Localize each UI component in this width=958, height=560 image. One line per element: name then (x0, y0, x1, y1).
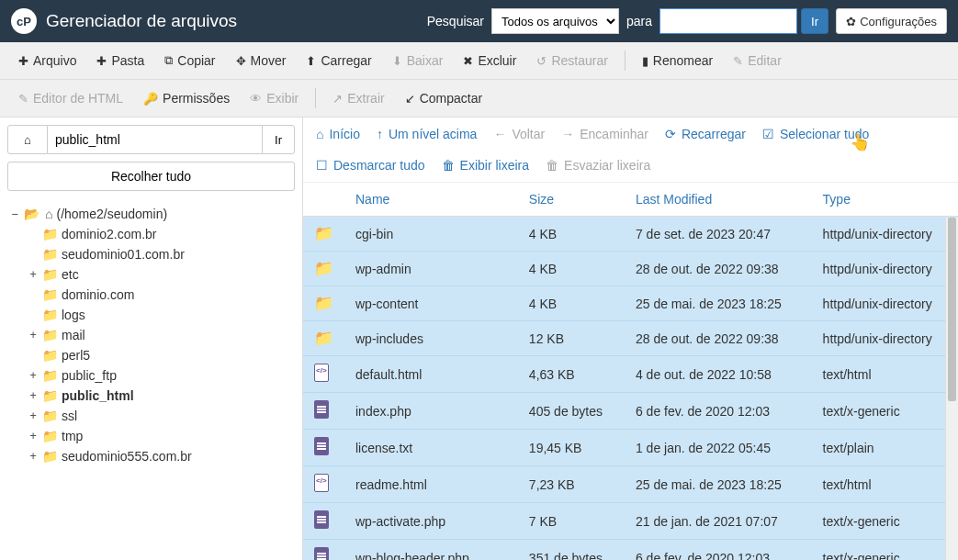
col-modified[interactable]: Last Modified (625, 183, 812, 217)
col-name[interactable]: Name (344, 183, 518, 217)
search-go-button[interactable]: Ir (801, 8, 828, 34)
table-row[interactable]: 📁wp-content4 KB25 de mai. de 2023 18:25h… (303, 286, 958, 321)
tree-item[interactable]: +📁ssl (28, 406, 293, 426)
expand-icon[interactable]: + (28, 389, 39, 402)
table-row[interactable]: default.html4,63 KB4 de out. de 2022 10:… (303, 356, 958, 393)
select-all-button[interactable]: ☑Selecionar tudo (762, 127, 869, 141)
delete-button[interactable]: ✖Excluir (454, 48, 525, 73)
expand-icon[interactable]: + (28, 329, 39, 342)
empty-trash-button[interactable]: 🗑Esvaziar lixeira (546, 158, 650, 173)
right-panel: ⌂Início ↑Um nível acima ←Voltar →Encamin… (303, 118, 958, 560)
tree-root[interactable]: − 📂 ⌂ (/home2/seudomin) (9, 204, 293, 224)
tree-item[interactable]: +📁tmp (28, 426, 293, 446)
search-input[interactable] (659, 8, 797, 34)
download-button[interactable]: ⬇Baixar (383, 48, 453, 73)
forward-button[interactable]: →Encaminhar (561, 127, 648, 141)
table-row[interactable]: wp-activate.php7 KB21 de jan. de 2021 07… (303, 503, 958, 540)
secondary-toolbar: ✎Editor de HTML 🔑Permissões 👁Exibir ↗Ext… (0, 80, 958, 118)
col-size[interactable]: Size (518, 183, 625, 217)
cell-name: cgi-bin (344, 217, 518, 252)
search-for-label: para (626, 14, 652, 28)
new-folder-button[interactable]: ✚Pasta (87, 48, 153, 73)
extract-button[interactable]: ↗Extrair (323, 85, 393, 111)
collapse-icon[interactable]: − (9, 207, 20, 220)
tree-item[interactable]: 📁perl5 (28, 345, 293, 365)
folder-icon: 📁 (42, 409, 58, 423)
expand-icon[interactable]: + (28, 409, 39, 422)
home-button[interactable]: ⌂Início (316, 127, 360, 141)
folder-icon: 📁 (314, 330, 333, 347)
expand-icon[interactable]: + (28, 430, 39, 442)
file-icon (314, 547, 329, 560)
show-trash-button[interactable]: 🗑Exibir lixeira (442, 158, 529, 173)
restore-button[interactable]: ↺Restaurar (527, 48, 616, 73)
cell-modified: 6 de fev. de 2020 12:03 (625, 540, 812, 561)
upload-button[interactable]: ⬆Carregar (297, 48, 380, 73)
cell-type: httpd/unix-directory (812, 321, 958, 356)
settings-button[interactable]: ✿ Configurações (836, 8, 947, 34)
expand-icon[interactable]: + (28, 369, 39, 382)
compress-button[interactable]: ↙Compactar (396, 85, 491, 111)
tree-item[interactable]: +📁public_ftp (28, 365, 293, 386)
tree-item[interactable]: +📁etc (28, 264, 293, 285)
tree-item[interactable]: +📁seudominio555.com.br (28, 446, 293, 466)
edit-button[interactable]: ✎Editar (724, 48, 791, 73)
table-row[interactable]: wp-blog-header.php351 de bytes6 de fev. … (303, 540, 958, 561)
expand-icon[interactable]: + (28, 450, 39, 463)
cell-size: 405 de bytes (518, 393, 625, 430)
tree-item-label: seudominio01.com.br (62, 247, 185, 262)
reload-icon: ⟳ (665, 127, 676, 141)
expand-icon[interactable]: + (28, 268, 39, 281)
file-icon (314, 437, 329, 455)
copy-button[interactable]: ⧉Copiar (155, 48, 224, 73)
tree-item-label: dominio.com (62, 287, 134, 302)
path-go-button[interactable]: Ir (262, 125, 295, 154)
tree-item[interactable]: +📁mail (28, 325, 293, 345)
path-home-button[interactable]: ⌂ (7, 125, 48, 154)
html-file-icon (314, 474, 329, 492)
scrollbar[interactable] (945, 218, 958, 560)
cell-modified: 6 de fev. de 2020 12:03 (625, 393, 812, 430)
tree-item[interactable]: 📁logs (28, 305, 293, 325)
cell-size: 7,23 KB (518, 466, 625, 503)
table-row[interactable]: 📁cgi-bin4 KB7 de set. de 2023 20:47httpd… (303, 217, 958, 252)
rename-button[interactable]: ▮Renomear (633, 48, 722, 73)
table-row[interactable]: 📁wp-includes12 KB28 de out. de 2022 09:3… (303, 321, 958, 356)
file-table-wrapper: Name Size Last Modified Type 📁cgi-bin4 K… (303, 183, 958, 560)
tree-item[interactable]: 📁seudominio01.com.br (28, 244, 293, 264)
tree-item-label: perl5 (62, 348, 90, 363)
search-scope-select[interactable]: Todos os arquivos (491, 8, 619, 34)
cell-name: wp-activate.php (344, 503, 518, 540)
table-row[interactable]: index.php405 de bytes6 de fev. de 2020 1… (303, 393, 958, 430)
cell-modified: 25 de mai. de 2023 18:25 (625, 286, 812, 321)
collapse-all-button[interactable]: Recolher tudo (7, 162, 295, 191)
tree-item[interactable]: 📁dominio.com (28, 285, 293, 305)
move-button[interactable]: ✥Mover (227, 48, 296, 73)
tree-item[interactable]: +📁public_html (28, 386, 293, 406)
cell-name: license.txt (344, 430, 518, 466)
cell-type: text/html (812, 356, 958, 393)
scrollbar-thumb[interactable] (948, 218, 956, 401)
html-editor-button[interactable]: ✎Editor de HTML (9, 85, 132, 111)
eye-icon: 👁 (250, 92, 262, 106)
col-icon[interactable] (303, 183, 344, 217)
deselect-all-button[interactable]: ☐Desmarcar tudo (316, 158, 425, 173)
table-row[interactable]: 📁wp-admin4 KB28 de out. de 2022 09:38htt… (303, 252, 958, 286)
back-button[interactable]: ←Voltar (493, 127, 545, 141)
col-type[interactable]: Type (812, 183, 958, 217)
reload-button[interactable]: ⟳Recarregar (665, 127, 746, 141)
up-level-button[interactable]: ↑Um nível acima (377, 127, 477, 141)
path-input[interactable] (48, 125, 262, 154)
view-button[interactable]: 👁Exibir (241, 85, 308, 111)
new-file-button[interactable]: ✚Arquivo (9, 48, 85, 73)
table-row[interactable]: readme.html7,23 KB25 de mai. de 2023 18:… (303, 466, 958, 503)
cell-modified: 28 de out. de 2022 09:38 (625, 252, 812, 286)
folder-icon: 📁 (42, 267, 58, 282)
table-row[interactable]: license.txt19,45 KB1 de jan. de 2022 05:… (303, 430, 958, 466)
tree-item-label: public_ftp (62, 368, 117, 383)
permissions-button[interactable]: 🔑Permissões (134, 85, 239, 111)
tree-item-label: ssl (62, 409, 77, 423)
file-icon (314, 400, 329, 419)
compress-icon: ↙ (405, 92, 415, 106)
tree-item[interactable]: 📁dominio2.com.br (28, 224, 293, 244)
